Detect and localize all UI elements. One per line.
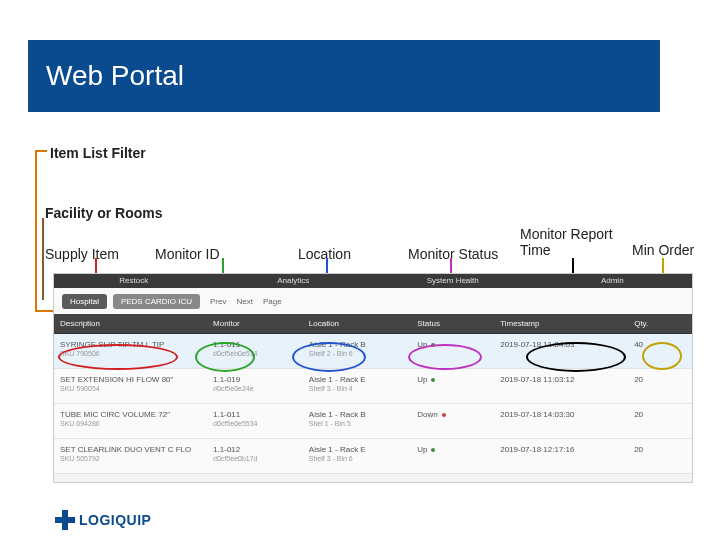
cell-location: Aisle 1 - Rack BShel 1 - Bin 5 [303, 404, 411, 439]
label-item-list-filter: Item List Filter [50, 145, 146, 161]
page-label: Page [263, 297, 282, 306]
facility-select[interactable]: Hospital [62, 294, 107, 309]
label-location: Location [298, 246, 351, 262]
cell-ts: 2019-07-18 11:04:03 [494, 334, 628, 369]
next-link[interactable]: Next [236, 297, 252, 306]
filter-controls: Hospital PEDS CARDIO ICU Prev Next Page [54, 288, 692, 314]
cell-ts: 2019-07-18 11:03:12 [494, 369, 628, 404]
page-title: Web Portal [46, 60, 184, 92]
cross-icon [55, 510, 75, 530]
label-monitor-report-time-line2: Time [520, 242, 551, 258]
cell-ts: 2019-07-18 12:17:16 [494, 439, 628, 474]
label-monitor-report-time-line1: Monitor Report [520, 226, 613, 242]
cell-status: Up [411, 334, 494, 369]
th-qty[interactable]: Qty. [628, 314, 692, 334]
panel-top-nav: Restock Analytics System Health Admin [54, 274, 692, 288]
cell-status: Down [411, 404, 494, 439]
cell-location: Aisle 1 - Rack EShelf 3 - Bin 4 [303, 369, 411, 404]
table-row[interactable]: SET CLEARLINK DUO VENT C FLOSKU 5057921.… [54, 439, 692, 474]
nav-admin[interactable]: Admin [533, 274, 693, 288]
label-facility-or-rooms: Facility or Rooms [45, 205, 162, 221]
cell-ts: 2019-07-18 14:03:30 [494, 404, 628, 439]
connector-facility [42, 218, 44, 260]
cell-location: Aisle 1 - Rack EShelf 3 - Bin 6 [303, 439, 411, 474]
connector-item-list [35, 150, 37, 312]
label-min-order: Min Order [632, 242, 694, 258]
nav-restock[interactable]: Restock [54, 274, 214, 288]
room-select[interactable]: PEDS CARDIO ICU [113, 294, 200, 309]
th-status[interactable]: Status [411, 314, 494, 334]
label-supply-item: Supply Item [45, 246, 119, 262]
items-table: Description Monitor Location Status Time… [54, 314, 692, 474]
cell-desc: SYRINGE SLIP TIP TM L TIPSKU 790506 [54, 334, 207, 369]
table-row[interactable]: TUBE MIC CIRC VOLUME 72"SKU 6942861.1-01… [54, 404, 692, 439]
th-monitor[interactable]: Monitor [207, 314, 303, 334]
label-monitor-id: Monitor ID [155, 246, 220, 262]
title-bar: Web Portal [28, 40, 660, 112]
cell-monitor: 1.1-011d0cf5e0e5534 [207, 404, 303, 439]
cell-desc: SET EXTENSION HI FLOW 80"SKU 590054 [54, 369, 207, 404]
cell-monitor: 1.1-012d0cf5ee0b17d [207, 439, 303, 474]
th-location[interactable]: Location [303, 314, 411, 334]
th-description[interactable]: Description [54, 314, 207, 334]
table-row[interactable]: SYRINGE SLIP TIP TM L TIPSKU 7905061.1-0… [54, 334, 692, 369]
cell-qty: 20 [628, 439, 692, 474]
prev-link[interactable]: Prev [210, 297, 226, 306]
cell-desc: TUBE MIC CIRC VOLUME 72"SKU 694286 [54, 404, 207, 439]
logiquip-logo: LOGIQUIP [55, 510, 151, 530]
cell-qty: 40 [628, 334, 692, 369]
cell-qty: 20 [628, 404, 692, 439]
connector-item-list-top [35, 150, 47, 152]
screenshot-panel: Restock Analytics System Health Admin Ho… [53, 273, 693, 483]
table-row[interactable]: SET EXTENSION HI FLOW 80"SKU 5900541.1-0… [54, 369, 692, 404]
connector-facility-2 [42, 260, 44, 300]
cell-status: Up [411, 369, 494, 404]
nav-system-health[interactable]: System Health [373, 274, 533, 288]
cell-qty: 20 [628, 369, 692, 404]
cell-monitor: 1.1-019d0cf5e0e24e [207, 369, 303, 404]
cell-status: Up [411, 439, 494, 474]
th-timestamp[interactable]: Timestamp [494, 314, 628, 334]
logo-text: LOGIQUIP [79, 512, 151, 528]
cell-monitor: 1.1-011d0cf5eb0e534 [207, 334, 303, 369]
label-monitor-status: Monitor Status [408, 246, 498, 262]
cell-location: Aisle 1 - Rack BShelf 2 - Bin 6 [303, 334, 411, 369]
cell-desc: SET CLEARLINK DUO VENT C FLOSKU 505792 [54, 439, 207, 474]
nav-analytics[interactable]: Analytics [214, 274, 374, 288]
